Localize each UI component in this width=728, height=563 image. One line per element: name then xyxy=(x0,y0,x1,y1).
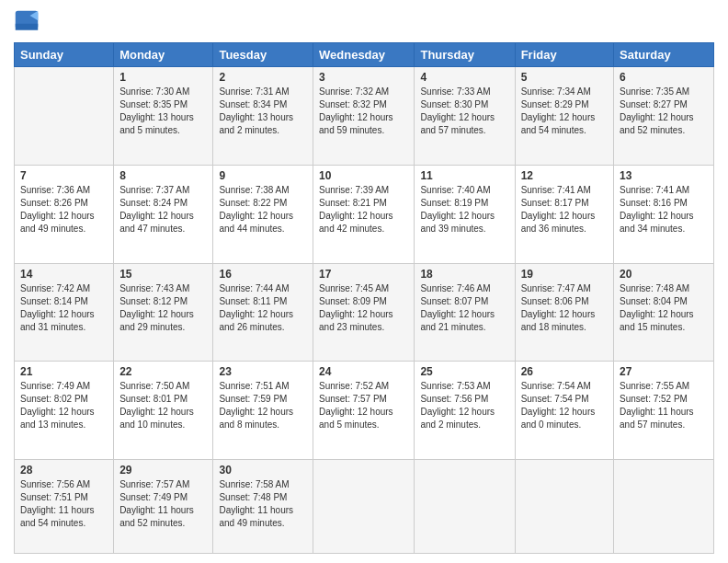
calendar-table: SundayMondayTuesdayWednesdayThursdayFrid… xyxy=(14,42,714,554)
day-info: Sunrise: 7:49 AM Sunset: 8:02 PM Dayligh… xyxy=(20,380,108,431)
calendar-cell: 26Sunrise: 7:54 AM Sunset: 7:54 PM Dayli… xyxy=(515,362,613,460)
calendar-cell: 24Sunrise: 7:52 AM Sunset: 7:57 PM Dayli… xyxy=(313,362,415,460)
calendar-cell: 19Sunrise: 7:47 AM Sunset: 8:06 PM Dayli… xyxy=(515,263,613,362)
day-number: 17 xyxy=(319,268,408,281)
day-info: Sunrise: 7:31 AM Sunset: 8:34 PM Dayligh… xyxy=(219,86,307,137)
day-info: Sunrise: 7:53 AM Sunset: 7:56 PM Dayligh… xyxy=(420,380,508,431)
day-info: Sunrise: 7:33 AM Sunset: 8:30 PM Dayligh… xyxy=(420,86,508,137)
day-number: 20 xyxy=(620,268,708,281)
day-info: Sunrise: 7:52 AM Sunset: 7:57 PM Dayligh… xyxy=(319,380,408,431)
weekday-header-monday: Monday xyxy=(114,43,213,67)
calendar-cell: 30Sunrise: 7:58 AM Sunset: 7:48 PM Dayli… xyxy=(213,460,313,554)
calendar-cell xyxy=(415,460,515,554)
day-info: Sunrise: 7:36 AM Sunset: 8:26 PM Dayligh… xyxy=(20,184,108,236)
day-number: 19 xyxy=(521,268,608,281)
day-number: 30 xyxy=(219,464,307,477)
day-number: 5 xyxy=(521,71,608,84)
calendar-cell: 6Sunrise: 7:35 AM Sunset: 8:27 PM Daylig… xyxy=(614,67,714,166)
calendar-cell: 2Sunrise: 7:31 AM Sunset: 8:34 PM Daylig… xyxy=(213,67,313,166)
day-info: Sunrise: 7:41 AM Sunset: 8:17 PM Dayligh… xyxy=(521,184,608,236)
calendar-week-row: 1Sunrise: 7:30 AM Sunset: 8:35 PM Daylig… xyxy=(15,67,714,166)
day-number: 1 xyxy=(119,71,207,84)
calendar-cell: 13Sunrise: 7:41 AM Sunset: 8:16 PM Dayli… xyxy=(614,165,714,263)
weekday-header-thursday: Thursday xyxy=(415,43,515,67)
calendar-cell: 9Sunrise: 7:38 AM Sunset: 8:22 PM Daylig… xyxy=(213,165,313,263)
weekday-header-tuesday: Tuesday xyxy=(213,43,313,67)
calendar-cell: 23Sunrise: 7:51 AM Sunset: 7:59 PM Dayli… xyxy=(213,362,313,460)
day-number: 13 xyxy=(620,169,708,182)
calendar-cell: 28Sunrise: 7:56 AM Sunset: 7:51 PM Dayli… xyxy=(15,460,114,554)
calendar-cell: 12Sunrise: 7:41 AM Sunset: 8:17 PM Dayli… xyxy=(515,165,613,263)
weekday-header-wednesday: Wednesday xyxy=(313,43,415,67)
calendar-cell: 17Sunrise: 7:45 AM Sunset: 8:09 PM Dayli… xyxy=(313,263,415,362)
calendar-cell: 10Sunrise: 7:39 AM Sunset: 8:21 PM Dayli… xyxy=(313,165,415,263)
day-number: 26 xyxy=(521,365,608,378)
day-number: 18 xyxy=(420,268,508,281)
day-number: 24 xyxy=(319,365,408,378)
calendar-cell: 20Sunrise: 7:48 AM Sunset: 8:04 PM Dayli… xyxy=(614,263,714,362)
day-info: Sunrise: 7:45 AM Sunset: 8:09 PM Dayligh… xyxy=(319,282,408,334)
day-info: Sunrise: 7:55 AM Sunset: 7:52 PM Dayligh… xyxy=(620,380,708,431)
day-info: Sunrise: 7:43 AM Sunset: 8:12 PM Dayligh… xyxy=(119,282,207,334)
day-info: Sunrise: 7:34 AM Sunset: 8:29 PM Dayligh… xyxy=(521,86,608,137)
day-number: 8 xyxy=(119,169,207,182)
calendar-cell: 11Sunrise: 7:40 AM Sunset: 8:19 PM Dayli… xyxy=(415,165,515,263)
calendar-cell: 1Sunrise: 7:30 AM Sunset: 8:35 PM Daylig… xyxy=(114,67,213,166)
day-number: 25 xyxy=(420,365,508,378)
calendar-cell: 27Sunrise: 7:55 AM Sunset: 7:52 PM Dayli… xyxy=(614,362,714,460)
day-info: Sunrise: 7:38 AM Sunset: 8:22 PM Dayligh… xyxy=(219,184,307,236)
calendar-cell: 14Sunrise: 7:42 AM Sunset: 8:14 PM Dayli… xyxy=(15,263,114,362)
calendar-week-row: 21Sunrise: 7:49 AM Sunset: 8:02 PM Dayli… xyxy=(15,362,714,460)
calendar-cell: 5Sunrise: 7:34 AM Sunset: 8:29 PM Daylig… xyxy=(515,67,613,166)
day-number: 28 xyxy=(20,464,108,477)
day-info: Sunrise: 7:44 AM Sunset: 8:11 PM Dayligh… xyxy=(219,282,307,334)
day-number: 4 xyxy=(420,71,508,84)
day-info: Sunrise: 7:47 AM Sunset: 8:06 PM Dayligh… xyxy=(521,282,608,334)
day-number: 9 xyxy=(219,169,307,182)
day-number: 10 xyxy=(319,169,408,182)
main-container: SundayMondayTuesdayWednesdayThursdayFrid… xyxy=(0,0,728,563)
day-number: 27 xyxy=(620,365,708,378)
weekday-header-friday: Friday xyxy=(515,43,613,67)
calendar-cell xyxy=(313,460,415,554)
day-info: Sunrise: 7:54 AM Sunset: 7:54 PM Dayligh… xyxy=(521,380,608,431)
logo xyxy=(14,9,41,35)
day-number: 21 xyxy=(20,365,108,378)
day-info: Sunrise: 7:39 AM Sunset: 8:21 PM Dayligh… xyxy=(319,184,408,236)
calendar-cell: 18Sunrise: 7:46 AM Sunset: 8:07 PM Dayli… xyxy=(415,263,515,362)
day-number: 6 xyxy=(620,71,708,84)
day-info: Sunrise: 7:37 AM Sunset: 8:24 PM Dayligh… xyxy=(119,184,207,236)
weekday-header-row: SundayMondayTuesdayWednesdayThursdayFrid… xyxy=(15,43,714,67)
calendar-cell: 4Sunrise: 7:33 AM Sunset: 8:30 PM Daylig… xyxy=(415,67,515,166)
day-number: 7 xyxy=(20,169,108,182)
logo-icon xyxy=(14,9,40,35)
day-info: Sunrise: 7:42 AM Sunset: 8:14 PM Dayligh… xyxy=(20,282,108,334)
day-number: 3 xyxy=(319,71,408,84)
day-info: Sunrise: 7:58 AM Sunset: 7:48 PM Dayligh… xyxy=(219,478,307,530)
day-number: 29 xyxy=(119,464,207,477)
day-number: 2 xyxy=(219,71,307,84)
calendar-cell: 16Sunrise: 7:44 AM Sunset: 8:11 PM Dayli… xyxy=(213,263,313,362)
day-info: Sunrise: 7:57 AM Sunset: 7:49 PM Dayligh… xyxy=(119,478,207,530)
day-info: Sunrise: 7:51 AM Sunset: 7:59 PM Dayligh… xyxy=(219,380,307,431)
calendar-cell: 7Sunrise: 7:36 AM Sunset: 8:26 PM Daylig… xyxy=(15,165,114,263)
day-number: 23 xyxy=(219,365,307,378)
day-info: Sunrise: 7:32 AM Sunset: 8:32 PM Dayligh… xyxy=(319,86,408,137)
weekday-header-saturday: Saturday xyxy=(614,43,714,67)
calendar-cell: 29Sunrise: 7:57 AM Sunset: 7:49 PM Dayli… xyxy=(114,460,213,554)
calendar-cell: 3Sunrise: 7:32 AM Sunset: 8:32 PM Daylig… xyxy=(313,67,415,166)
header xyxy=(14,9,714,35)
day-number: 22 xyxy=(119,365,207,378)
day-info: Sunrise: 7:30 AM Sunset: 8:35 PM Dayligh… xyxy=(119,86,207,137)
svg-rect-2 xyxy=(16,24,39,30)
day-info: Sunrise: 7:56 AM Sunset: 7:51 PM Dayligh… xyxy=(20,478,108,530)
day-info: Sunrise: 7:41 AM Sunset: 8:16 PM Dayligh… xyxy=(620,184,708,236)
calendar-cell xyxy=(15,67,114,166)
calendar-cell xyxy=(614,460,714,554)
calendar-cell: 8Sunrise: 7:37 AM Sunset: 8:24 PM Daylig… xyxy=(114,165,213,263)
calendar-week-row: 28Sunrise: 7:56 AM Sunset: 7:51 PM Dayli… xyxy=(15,460,714,554)
day-info: Sunrise: 7:50 AM Sunset: 8:01 PM Dayligh… xyxy=(119,380,207,431)
day-number: 11 xyxy=(420,169,508,182)
day-number: 15 xyxy=(119,268,207,281)
calendar-cell: 25Sunrise: 7:53 AM Sunset: 7:56 PM Dayli… xyxy=(415,362,515,460)
